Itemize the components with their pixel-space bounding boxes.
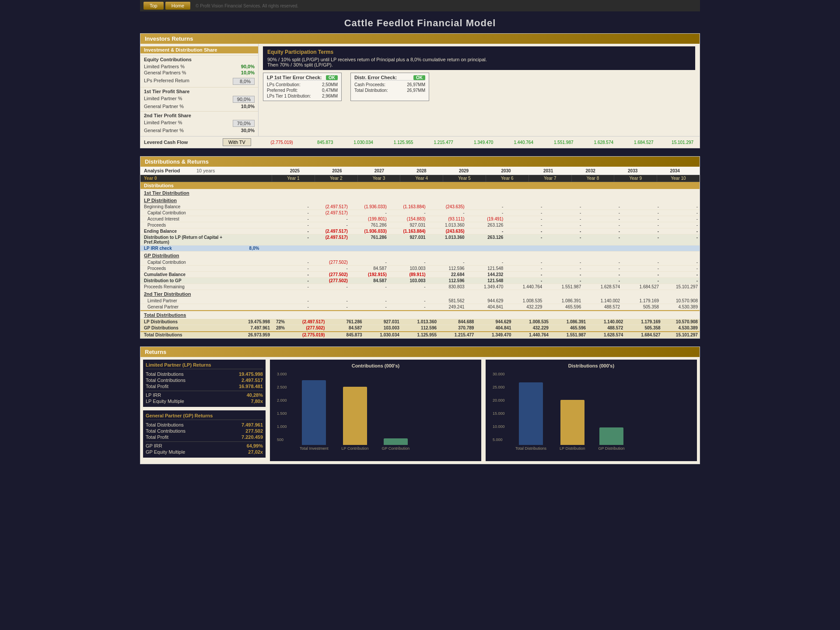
- contrib-y6: 3.000: [277, 372, 287, 376]
- dist-to-lp-label: Distribution to LP (Return of Capital + …: [140, 234, 237, 245]
- first-tier-distribution-title: 1st Tier Distribution: [140, 189, 700, 197]
- second-tier-lp-input[interactable]: 70,0%: [233, 120, 255, 127]
- with-tv-button[interactable]: With TV: [223, 138, 251, 146]
- contrib-y5: 2.500: [277, 385, 287, 389]
- dgp-7: -: [544, 278, 583, 284]
- s2gp-5: 404.841: [466, 304, 505, 310]
- eb-7: -: [544, 228, 583, 234]
- gpcc-8: -: [583, 259, 622, 265]
- top-button[interactable]: Top: [144, 2, 164, 10]
- tgp-1: 84.587: [326, 325, 364, 331]
- bb-8: -: [583, 204, 622, 210]
- distr-check-title: Distr. Error Check: OK: [354, 75, 425, 80]
- spacer-cell: [237, 175, 272, 182]
- s2lp-2: -: [350, 298, 388, 304]
- total-total-total: 26.973.959: [237, 332, 272, 338]
- dgp-2: 84.587: [350, 278, 388, 284]
- general-partners-val: 10,0%: [233, 70, 255, 75]
- tlp-2: 927.031: [364, 319, 401, 325]
- gpp-extra: [237, 266, 272, 271]
- bb-3: (1.163.884): [388, 204, 427, 210]
- total-lp-row: LP Distributions 19.475.998 72% (2.497.5…: [140, 319, 700, 325]
- contrib-bar-lp: LP Contribution: [342, 387, 369, 451]
- lp-irr-label: LP IRR: [146, 392, 161, 398]
- lp-total-profit-val: 16.978.481: [239, 384, 263, 389]
- cash-flow-values: (2.775.019) 845.873 1.030.034 1.125.955 …: [256, 140, 696, 145]
- ai-extra: [237, 216, 272, 222]
- y6-label: Year 6: [486, 175, 528, 182]
- pr-6: 1.440.764: [505, 284, 544, 290]
- ai-10: -: [661, 216, 700, 222]
- lps-tier1-dist-check-row: LPs Tier 1 Distribution: 2,96MM: [267, 93, 338, 99]
- bb-6: -: [505, 204, 544, 210]
- pr-2: -: [350, 284, 388, 290]
- s2lp-10: 10.570.908: [661, 298, 700, 304]
- gp-total-profit-row: Total Profit 7.220.459: [146, 434, 263, 440]
- s2gp-0: -: [272, 304, 311, 310]
- dlp-3: 927.031: [388, 234, 427, 245]
- s2lp-7: 1.086.391: [544, 298, 583, 304]
- home-button[interactable]: Home: [165, 2, 190, 10]
- total-gp-pct: 28%: [272, 325, 289, 331]
- tgp-3: 112.596: [401, 325, 438, 331]
- gpcc-3: -: [388, 259, 427, 265]
- contrib-y4: 2.000: [277, 398, 287, 402]
- gpp-2: 84.587: [350, 266, 388, 271]
- dist-to-lp-row: Distribution to LP (Return of Capital + …: [140, 234, 700, 245]
- lps-preferred-return-input[interactable]: 8,0%: [233, 78, 255, 85]
- bb-7: -: [544, 204, 583, 210]
- dist-y5: 25.000: [493, 385, 505, 389]
- second-tier-title: 2nd Tier Profit Share: [140, 111, 258, 119]
- proc-1: -: [311, 222, 350, 228]
- contrib-bar-total-label: Total Investment: [300, 446, 329, 451]
- dgp-10: -: [661, 278, 700, 284]
- lp-ok-badge: OK: [326, 75, 338, 80]
- dgp-3: 103.003: [388, 278, 427, 284]
- y5-label: Year 5: [443, 175, 486, 182]
- gp-equity-multiple-label: GP Equity Multiple: [146, 449, 185, 455]
- distributions-chart: Distributions (000's) 30.000 25.000 20.0…: [486, 360, 697, 461]
- distributions-sub-header: Distributions: [140, 182, 700, 189]
- pr-10: 15.101.297: [661, 284, 700, 290]
- year-labels-row: Year 0 Year 1 Year 2 Year 3 Year 4 Year …: [140, 175, 700, 182]
- first-tier-lp-input[interactable]: 90,0%: [233, 96, 255, 103]
- equity-terms-box: Equity Participation Terms 90% / 10% spl…: [263, 46, 695, 70]
- s2lp-9: 1.179.169: [622, 298, 661, 304]
- year2033: 2033: [612, 168, 654, 173]
- dlp-1: (2.497.517): [311, 234, 350, 245]
- dgp-5: 121.548: [466, 278, 505, 284]
- total-distribution-check-label: Total Distribution:: [354, 88, 388, 93]
- cash-proceeds-check-row: Cash Proceeds: 26,97MM: [354, 82, 425, 88]
- tgp-9: 505.358: [625, 325, 662, 331]
- lp-equity-multiple-row: LP Equity Multiple 7,80x: [146, 398, 263, 404]
- dlp-2: 761.286: [350, 234, 388, 245]
- s2gp-9: 505.358: [622, 304, 661, 310]
- contributions-y-axis: 3.000 2.500 2.000 1.500 1.000 500: [277, 372, 287, 442]
- gp-irr-val: 64,99%: [247, 443, 263, 448]
- gpcc-6: -: [505, 259, 544, 265]
- dist-y1: 5.000: [493, 438, 505, 442]
- returns-section: Returns Limited Partner (LP) Returns Tot…: [140, 346, 700, 464]
- tt-0: (2.775.019): [289, 332, 326, 338]
- tlp-5: 944.629: [476, 319, 513, 325]
- preferred-profit-check-val: 0,47MM: [322, 88, 338, 93]
- preferred-profit-check-row: Preferred Profit: 0,47MM: [267, 88, 338, 93]
- gpp-0: -: [272, 266, 311, 271]
- bb-0: -: [272, 204, 311, 210]
- bb-4: (243.635): [427, 204, 466, 210]
- beginning-balance-row: Beginning Balance - (2.497.517) (1.936.0…: [140, 204, 700, 210]
- first-tier-gp-label: General Partner %: [144, 104, 184, 109]
- tt-8: 1.628.574: [588, 332, 625, 338]
- lp-returns-title: Limited Partner (LP) Returns: [146, 362, 263, 369]
- distr-error-check: Distr. Error Check: OK Cash Proceeds: 26…: [350, 73, 429, 101]
- cc-8: -: [583, 210, 622, 216]
- distributions-header: Distributions & Returns: [140, 157, 700, 167]
- dist-bar-gp-fill: [599, 427, 623, 445]
- page-title: Cattle Feedlot Financial Model: [140, 11, 700, 33]
- y8-label: Year 8: [571, 175, 614, 182]
- gpcc-7: -: [544, 259, 583, 265]
- s2lp-extra: [237, 298, 272, 304]
- cb-1: (277.502): [311, 272, 350, 277]
- distributions-section: Distributions & Returns Analysis Period …: [140, 156, 700, 339]
- lp-total-profit-row: Total Profit 16.978.481: [146, 383, 263, 389]
